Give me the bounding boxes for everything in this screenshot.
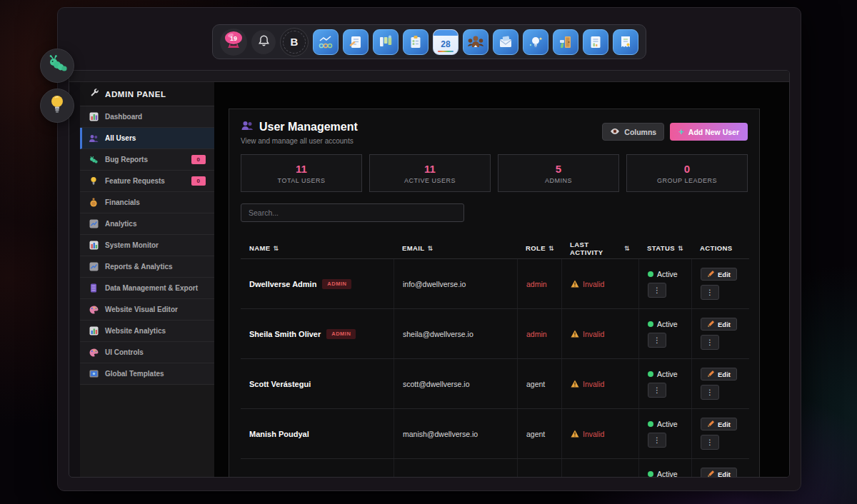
coin-icon	[89, 198, 99, 207]
col-header-last-activity[interactable]: LAST ACTIVITY⇅	[561, 238, 638, 258]
stat-label: GROUP LEADERS	[657, 177, 717, 184]
user-email: info@dwellverse.io	[403, 280, 466, 288]
plus-icon: +	[678, 126, 684, 137]
row-menu-button[interactable]: ⋮	[701, 435, 719, 450]
status-menu-button[interactable]: ⋮	[648, 333, 666, 348]
sidebar-item-financials[interactable]: Financials	[80, 192, 214, 213]
edit-button[interactable]: Edit	[701, 468, 737, 478]
app-mail-icon[interactable]	[493, 29, 518, 55]
lightbulb-icon	[89, 176, 99, 186]
stat-value: 5	[556, 163, 561, 175]
search-input[interactable]	[241, 203, 464, 222]
sidebar-item-reports-analytics[interactable]: Reports & Analytics	[80, 256, 214, 278]
edit-button[interactable]: Edit	[701, 268, 737, 281]
feature-requests-float-button[interactable]	[40, 89, 74, 123]
status-label: Active	[657, 420, 678, 428]
stat-group-leaders: 0 GROUP LEADERS	[626, 154, 748, 192]
row-menu-button[interactable]: ⋮	[701, 285, 719, 300]
app-people-icon[interactable]	[463, 29, 488, 55]
sidebar-item-dashboard[interactable]: Dashboard	[80, 106, 214, 128]
columns-button[interactable]: Columns	[602, 123, 664, 141]
sidebar-item-visual-editor[interactable]: Website Visual Editor	[80, 299, 214, 321]
sort-icon: ⇅	[548, 245, 554, 252]
edit-button[interactable]: Edit	[701, 368, 737, 380]
caterpillar-icon	[46, 55, 68, 76]
sidebar-item-label: Analytics	[105, 220, 136, 228]
app-notes-icon[interactable]	[343, 29, 369, 55]
app-kanban-icon[interactable]	[373, 29, 399, 55]
columns-button-label: Columns	[624, 128, 656, 136]
col-header-email[interactable]: EMAIL⇅	[394, 238, 517, 258]
status-label: Active	[657, 470, 678, 478]
app-analytics-icon[interactable]	[313, 29, 339, 55]
app-calendar-icon[interactable]: 28	[433, 29, 458, 55]
edit-button[interactable]: Edit	[701, 418, 737, 430]
sidebar-item-system-monitor[interactable]: System Monitor	[80, 235, 214, 256]
sidebar-filler	[80, 385, 214, 478]
sidebar-item-bug-reports[interactable]: Bug Reports 0	[80, 149, 214, 171]
table-header-row: NAME⇅ EMAIL⇅ ROLE⇅ LAST ACTIVITY⇅ STATUS…	[241, 238, 749, 259]
col-header-name[interactable]: NAME⇅	[241, 238, 394, 258]
announcement-button[interactable]: 19	[220, 29, 247, 56]
warning-icon	[571, 430, 579, 438]
stat-value: 11	[296, 163, 307, 175]
app-ideas-icon[interactable]	[523, 29, 548, 55]
calendar-strip	[438, 51, 453, 52]
lightbulb-icon	[49, 94, 65, 117]
stats-row: 11 TOTAL USERS 11 ACTIVE USERS 5 ADMINS	[229, 152, 759, 192]
profile-initial: B	[283, 31, 306, 54]
warning-icon	[571, 380, 579, 388]
sidebar-item-label: Website Visual Editor	[105, 306, 178, 313]
sidebar-item-label: Dashboard	[105, 113, 142, 121]
sidebar-item-label: Bug Reports	[105, 156, 148, 163]
stat-active-users: 11 ACTIVE USERS	[369, 154, 491, 192]
feature-count-badge: 0	[191, 176, 206, 186]
stat-label: ADMINS	[545, 177, 572, 184]
dashboard-icon	[89, 112, 99, 121]
stat-label: TOTAL USERS	[278, 177, 326, 184]
status-menu-button[interactable]: ⋮	[648, 283, 666, 298]
app-door-icon[interactable]	[553, 29, 578, 55]
status-menu-button[interactable]: ⋮	[648, 433, 666, 448]
bug-reports-float-button[interactable]	[40, 49, 74, 83]
profile-button[interactable]: B	[280, 28, 309, 56]
row-menu-button[interactable]: ⋮	[701, 335, 719, 350]
warning-icon	[571, 330, 579, 338]
table-row: Manish Poudyal manish@dwellverse.io agen…	[241, 409, 749, 459]
table-row: Dwellverse AdminADMIN info@dwellverse.io…	[241, 259, 749, 309]
sidebar-item-analytics[interactable]: Analytics	[80, 213, 214, 235]
sidebar-item-ui-controls[interactable]: UI Controls	[80, 342, 214, 363]
last-activity: Invalid	[583, 280, 604, 288]
row-menu-button[interactable]: ⋮	[701, 385, 719, 400]
status-label: Active	[657, 320, 678, 328]
status-label: Active	[657, 270, 678, 278]
panel-title-block: User Management View and manage all user…	[241, 121, 358, 145]
user-name: Dwellverse Admin	[249, 280, 316, 288]
edit-button[interactable]: Edit	[701, 318, 737, 331]
notifications-button[interactable]	[251, 30, 276, 54]
pencil-icon	[707, 271, 714, 278]
col-header-role[interactable]: ROLE⇅	[517, 238, 561, 258]
status-menu-button[interactable]: ⋮	[648, 383, 666, 398]
sidebar-item-all-users[interactable]: All Users	[80, 128, 214, 149]
sidebar-item-label: Feature Requests	[105, 177, 165, 185]
page-subtitle: View and manage all user accounts	[241, 137, 358, 145]
sort-icon: ⇅	[678, 245, 683, 252]
user-role: admin	[526, 280, 547, 288]
app-report-icon[interactable]	[583, 29, 608, 55]
user-name: Scott Verástegui	[249, 380, 311, 388]
add-new-user-button[interactable]: + Add New User	[670, 123, 748, 141]
status-dot	[648, 371, 653, 377]
users-icon	[241, 121, 254, 133]
sidebar-item-website-analytics[interactable]: Website Analytics	[80, 321, 214, 342]
sidebar-item-feature-requests[interactable]: Feature Requests 0	[80, 171, 214, 192]
sidebar-item-global-templates[interactable]: Global Templates	[80, 363, 214, 385]
admin-badge: ADMIN	[326, 329, 356, 339]
users-icon	[89, 134, 99, 143]
app-receipt-icon[interactable]	[613, 29, 638, 55]
status-dot	[648, 421, 653, 427]
sidebar-item-label: Data Management & Export	[105, 284, 198, 292]
app-clipboard-icon[interactable]	[403, 29, 428, 55]
sidebar-item-data-management[interactable]: Data Management & Export	[80, 278, 214, 299]
col-header-status[interactable]: STATUS⇅	[638, 238, 691, 258]
